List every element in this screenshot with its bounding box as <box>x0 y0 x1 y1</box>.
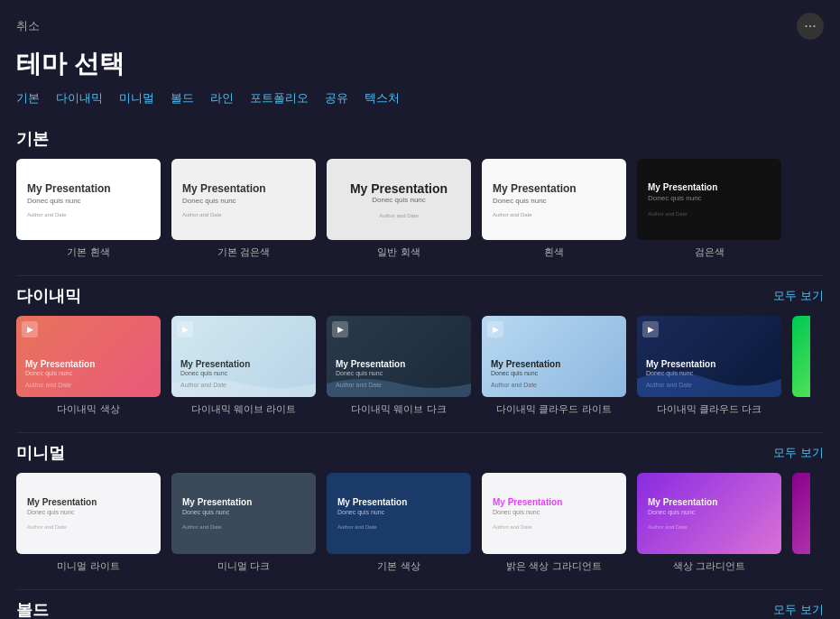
thumb-basic-white: My Presentation Donec quis nunc Author a… <box>16 159 161 240</box>
tab-bold[interactable]: 볼드 <box>171 90 194 106</box>
thumb-dyn-cloud-light: ▶ My Presentation Donec quis nunc Author… <box>482 316 626 397</box>
card-basic-darkwhite[interactable]: My Presentation Donec quis nunc Author a… <box>171 159 316 259</box>
section-title-dynamic: 다이내믹 <box>16 285 81 307</box>
minimal-cards-row: My Presentation Donec quis nunc Author a… <box>16 473 824 573</box>
min-author: Author and Date <box>493 524 615 530</box>
cancel-button[interactable]: 취소 <box>16 18 40 34</box>
section-title-basic: 기본 <box>16 128 49 150</box>
dyn-author: Author and Date <box>491 382 617 388</box>
card-label: 다이내믹 색상 <box>16 402 161 416</box>
thumb-author: Author and Date <box>379 213 419 218</box>
card-label: 색상 그라디언트 <box>637 559 781 573</box>
card-dyn-wave-dark[interactable]: ▶ My Presentation Donec quis nunc Author… <box>327 316 471 416</box>
min-sub: Donec quis nunc <box>493 509 615 515</box>
card-dyn-partial <box>792 316 810 416</box>
thumb-sub: Donec quis nunc <box>493 197 615 205</box>
card-label: 밝은 색상 그라디언트 <box>482 559 626 573</box>
thumb-author: Author and Date <box>648 211 771 217</box>
thumb-dyn-wave-light: ▶ My Presentation Donec quis nunc Author… <box>171 316 316 397</box>
min-title: My Presentation <box>337 497 460 507</box>
section-title-bold: 볼드 <box>16 599 49 619</box>
thumb-min-gradient: My Presentation Donec quis nunc Author a… <box>637 473 781 554</box>
card-label: 기본 색상 <box>327 559 471 573</box>
thumb-author: Author and Date <box>182 212 305 217</box>
min-title: My Presentation <box>27 497 150 507</box>
card-min-navy[interactable]: My Presentation Donec quis nunc Author a… <box>327 473 471 573</box>
min-sub: Donec quis nunc <box>648 509 771 515</box>
thumb-basic-black: My Presentation Donec quis nunc Author a… <box>637 159 781 240</box>
dyn-sub: Donec quis nunc <box>25 370 152 376</box>
tab-basic[interactable]: 기본 <box>16 90 40 106</box>
thumb-min-navy: My Presentation Donec quis nunc Author a… <box>327 473 471 554</box>
min-author: Author and Date <box>27 524 150 530</box>
dyn-title: My Presentation <box>180 359 307 369</box>
tab-lineup[interactable]: 라인 <box>210 90 234 106</box>
see-all-bold[interactable]: 모두 보기 <box>773 602 824 618</box>
thumb-basic-darkwhite: My Presentation Donec quis nunc Author a… <box>171 159 316 240</box>
section-minimal: 미니멀 모두 보기 My Presentation Donec quis nun… <box>0 433 840 589</box>
tab-dynamic[interactable]: 다이내믹 <box>56 90 103 106</box>
dyn-author: Author and Date <box>25 382 152 388</box>
thumb-sub: Donec quis nunc <box>372 196 426 204</box>
card-basic-gray[interactable]: My Presentation Donec quis nunc Author a… <box>327 159 471 259</box>
see-all-dynamic[interactable]: 모두 보기 <box>773 288 824 304</box>
min-title: My Presentation <box>648 497 771 507</box>
card-label: 흰색 <box>482 245 626 259</box>
card-dyn-coral[interactable]: ▶ My Presentation Donec quis nunc Author… <box>16 316 161 416</box>
thumb-title: My Presentation <box>350 181 448 196</box>
tab-minimal[interactable]: 미니멀 <box>119 90 154 106</box>
card-min-dark[interactable]: My Presentation Donec quis nunc Author a… <box>171 473 316 573</box>
card-dyn-cloud-light[interactable]: ▶ My Presentation Donec quis nunc Author… <box>482 316 626 416</box>
min-author: Author and Date <box>648 524 771 530</box>
tab-portfolio[interactable]: 포트폴리오 <box>250 90 309 106</box>
play-icon: ▶ <box>22 321 38 337</box>
thumb-dyn-cloud-dark: ▶ My Presentation Donec quis nunc Author… <box>637 316 781 397</box>
thumb-dyn-coral: ▶ My Presentation Donec quis nunc Author… <box>16 316 161 397</box>
thumb-min-pink: My Presentation Donec quis nunc Author a… <box>482 473 626 554</box>
dyn-title: My Presentation <box>336 359 462 369</box>
min-title: My Presentation <box>182 497 305 507</box>
card-dyn-cloud-dark[interactable]: ▶ My Presentation Donec quis nunc Author… <box>637 316 781 416</box>
play-icon: ▶ <box>642 321 659 337</box>
card-label: 다이내믹 클라우드 다크 <box>637 402 781 416</box>
tab-share[interactable]: 공유 <box>325 90 348 106</box>
thumb-title: My Presentation <box>493 182 615 195</box>
play-icon: ▶ <box>487 321 503 337</box>
tab-texture[interactable]: 텍스처 <box>365 90 400 106</box>
min-author: Author and Date <box>182 524 305 530</box>
thumb-basic-white2: My Presentation Donec quis nunc Author a… <box>482 159 626 240</box>
min-title: My Presentation <box>493 497 615 507</box>
min-sub: Donec quis nunc <box>337 509 460 515</box>
play-icon: ▶ <box>332 321 348 337</box>
card-min-partial <box>792 473 810 573</box>
play-icon: ▶ <box>177 321 193 337</box>
card-basic-white[interactable]: My Presentation Donec quis nunc Author a… <box>16 159 161 259</box>
card-min-gradient[interactable]: My Presentation Donec quis nunc Author a… <box>637 473 781 573</box>
thumb-min-dark: My Presentation Donec quis nunc Author a… <box>171 473 316 554</box>
card-label: 미니멀 다크 <box>171 559 316 573</box>
thumb-title: My Presentation <box>182 182 305 195</box>
thumb-author: Author and Date <box>493 212 615 217</box>
dyn-sub: Donec quis nunc <box>491 370 617 376</box>
card-label: 일반 회색 <box>327 245 471 259</box>
thumb-author: Author and Date <box>27 212 150 217</box>
card-label: 미니멀 라이트 <box>16 559 161 573</box>
section-dynamic: 다이내믹 모두 보기 ▶ My Presentation Donec quis … <box>0 276 840 432</box>
thumb-sub: Donec quis nunc <box>182 197 305 205</box>
dyn-title: My Presentation <box>491 359 617 369</box>
section-bold: 볼드 모두 보기 MYPRESENTATION Donec quis nunc … <box>0 590 840 619</box>
more-button[interactable]: ··· <box>797 13 824 40</box>
card-min-pink[interactable]: My Presentation Donec quis nunc Author a… <box>482 473 626 573</box>
card-basic-black[interactable]: My Presentation Donec quis nunc Author a… <box>637 159 781 259</box>
min-author: Author and Date <box>337 524 460 530</box>
card-label: 다이내믹 웨이브 다크 <box>327 402 471 416</box>
dyn-title: My Presentation <box>25 359 152 369</box>
card-label: 기본 검은색 <box>171 245 316 259</box>
card-dyn-wave-light[interactable]: ▶ My Presentation Donec quis nunc Author… <box>171 316 316 416</box>
basic-cards-row: My Presentation Donec quis nunc Author a… <box>16 159 824 259</box>
more-icon: ··· <box>804 18 816 34</box>
card-basic-white2[interactable]: My Presentation Donec quis nunc Author a… <box>482 159 626 259</box>
see-all-minimal[interactable]: 모두 보기 <box>773 445 824 461</box>
min-sub: Donec quis nunc <box>27 509 150 515</box>
card-min-light[interactable]: My Presentation Donec quis nunc Author a… <box>16 473 161 573</box>
